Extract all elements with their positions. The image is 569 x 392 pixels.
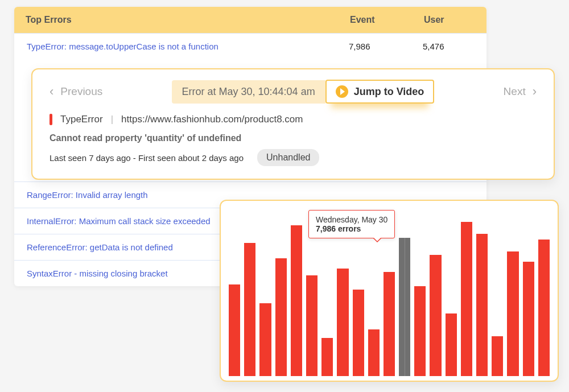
chart-bar[interactable] xyxy=(353,290,364,376)
chart-bar[interactable] xyxy=(337,269,348,376)
chart-bar[interactable] xyxy=(368,329,380,376)
next-label: Next xyxy=(504,85,526,98)
column-header-event: Event xyxy=(350,15,424,25)
seen-info-row: Last seen 7 days ago - First seen about … xyxy=(50,149,537,166)
column-header-errors: Top Errors xyxy=(26,15,350,25)
error-type: TypeError xyxy=(60,114,103,125)
chart-bars xyxy=(229,217,550,376)
tooltip-count: 7,986 errors xyxy=(316,224,361,233)
chart-bar[interactable] xyxy=(414,286,426,376)
jump-to-video-button[interactable]: Jump to Video xyxy=(325,80,435,104)
error-detail-card: ‹ Previous Error at May 30, 10:44:04 am … xyxy=(31,68,555,180)
chart-bar[interactable] xyxy=(507,251,518,376)
errors-table-header: Top Errors Event User xyxy=(14,7,486,33)
error-user-count: 5,476 xyxy=(423,42,474,51)
chevron-right-icon: › xyxy=(533,84,537,99)
timestamp-block: Error at May 30, 10:44:04 am Jump to Vid… xyxy=(172,80,435,104)
error-name[interactable]: RangeError: Invalid array length xyxy=(27,190,474,200)
error-message: Cannot read property 'quantity' of undef… xyxy=(50,133,537,143)
chart-bar[interactable] xyxy=(430,255,441,376)
chart-bar[interactable] xyxy=(259,303,271,376)
chart-bar[interactable] xyxy=(306,275,318,376)
previous-label: Previous xyxy=(60,85,102,98)
chart-bar[interactable] xyxy=(321,338,333,376)
chevron-left-icon: ‹ xyxy=(50,84,53,99)
chart-bar[interactable] xyxy=(538,240,550,376)
chart-bar[interactable] xyxy=(275,258,287,376)
chart-bar[interactable] xyxy=(492,336,503,376)
chart-bar[interactable] xyxy=(229,284,240,376)
next-button[interactable]: Next › xyxy=(504,84,537,99)
chart-bar[interactable] xyxy=(523,262,534,376)
tooltip-date: Wednesday, May 30 xyxy=(316,215,387,224)
separator: | xyxy=(111,114,113,125)
error-timestamp: Error at May 30, 10:44:04 am xyxy=(172,80,325,104)
column-header-user: User xyxy=(424,15,475,25)
chart-bar[interactable] xyxy=(476,234,488,376)
seen-text: Last seen 7 days ago - First seen about … xyxy=(50,153,244,163)
error-url[interactable]: https://www.fashionhub.com/product8.com xyxy=(121,114,303,125)
error-chart-card: Wednesday, May 30 7,986 errors xyxy=(220,200,559,382)
previous-button[interactable]: ‹ Previous xyxy=(50,84,102,99)
error-name[interactable]: TypeError: message.toUpperCase is not a … xyxy=(27,42,349,51)
chart-bar[interactable] xyxy=(461,222,472,376)
play-icon xyxy=(336,85,348,98)
detail-nav: ‹ Previous Error at May 30, 10:44:04 am … xyxy=(50,80,537,104)
chart-tooltip: Wednesday, May 30 7,986 errors xyxy=(308,210,395,238)
chart-area[interactable]: Wednesday, May 30 7,986 errors xyxy=(229,209,550,376)
chart-bar[interactable] xyxy=(244,243,255,376)
chart-hover-line xyxy=(405,238,405,376)
jump-to-video-label: Jump to Video xyxy=(354,86,424,98)
error-row[interactable]: TypeError: message.toUpperCase is not a … xyxy=(14,33,486,59)
error-event-count: 7,986 xyxy=(349,42,423,51)
severity-marker-icon xyxy=(50,114,52,125)
chart-bar[interactable] xyxy=(291,225,302,376)
unhandled-badge: Unhandled xyxy=(257,149,319,166)
chart-bar[interactable] xyxy=(446,313,457,376)
tooltip-arrow-icon xyxy=(373,238,382,242)
chart-bar[interactable] xyxy=(384,272,395,376)
error-type-line: TypeError | https://www.fashionhub.com/p… xyxy=(50,114,537,125)
